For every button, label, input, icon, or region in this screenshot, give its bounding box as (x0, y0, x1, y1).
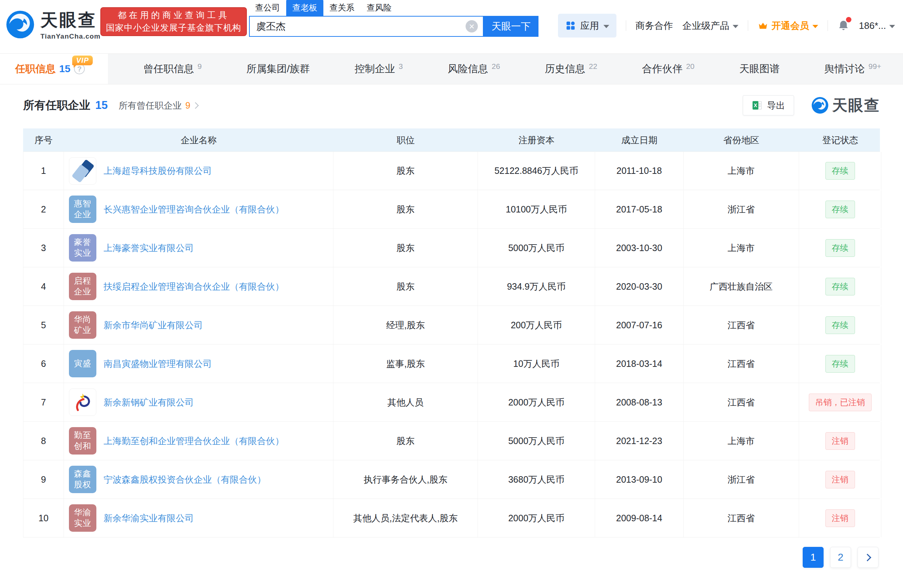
former-positions-link[interactable]: 所有曾任职企业 9 (118, 100, 198, 111)
main-content: 所有任职企业 15 所有曾任职企业 9 X 导出 (0, 95, 903, 568)
status-badge: 注销 (825, 471, 855, 488)
row-index: 8 (23, 422, 64, 460)
capital-value: 934.9万人民币 (507, 281, 566, 293)
date-value: 2018-03-14 (616, 359, 662, 369)
status-cell: 存续 (799, 190, 881, 228)
status-cell: 注销 (799, 460, 881, 499)
search-type-tab[interactable]: 查关系 (323, 0, 360, 16)
logo-text-line: 森鑫 (74, 469, 91, 480)
company-name-link[interactable]: 新余市华尚矿业有限公司 (104, 319, 203, 331)
region-cell: 广西壮族自治区 (684, 267, 799, 306)
company-name-link[interactable]: 南昌寅盛物业管理有限公司 (104, 358, 212, 370)
svg-text:X: X (754, 102, 758, 108)
nav-business-coop[interactable]: 商务合作 (636, 19, 673, 32)
capital-value: 2000万人民币 (508, 512, 565, 524)
company-name-link[interactable]: 上海豪誉实业有限公司 (104, 242, 194, 254)
status-badge: 注销 (825, 432, 855, 450)
row-index: 9 (23, 460, 64, 499)
region-cell: 上海市 (684, 422, 799, 460)
company-logo[interactable]: 豪誉实业 (69, 234, 96, 262)
search-button[interactable]: 天眼一下 (484, 16, 538, 37)
page-tab[interactable]: 历史信息 22 (536, 54, 607, 84)
company-logo[interactable]: 启程企业 (69, 273, 96, 300)
company-logo[interactable]: 惠智企业 (69, 196, 96, 223)
column-header: 注册资本 (478, 134, 595, 146)
search-type-tab[interactable]: 查老板 (286, 0, 323, 16)
page-tab-count: 9 (197, 62, 202, 71)
search-input[interactable] (250, 17, 483, 36)
page-tab-count: 26 (492, 62, 500, 71)
logo-text-line: 华渝 (74, 507, 91, 518)
capital-cell: 5000万人民币 (478, 422, 595, 460)
page-tab-label: 历史信息 (545, 62, 585, 76)
table-row: 4 启程企业 扶绥启程企业管理咨询合伙企业（有限合伙） 股东 934.9万人民币… (23, 267, 880, 306)
clear-search-icon[interactable]: × (466, 20, 478, 33)
pagination-next-button[interactable] (857, 547, 878, 568)
company-logo[interactable] (69, 389, 96, 416)
notification-bell-icon[interactable] (837, 19, 850, 32)
promo-line-2: 国家中小企业发展子基金旗下机构 (106, 22, 241, 34)
capital-cell: 10100万人民币 (478, 190, 595, 228)
tianyancha-swirl-icon (6, 10, 35, 39)
search-type-tab[interactable]: 查风险 (360, 0, 398, 16)
page-tab[interactable]: 合作伙伴 20 (633, 54, 704, 84)
region-value: 江西省 (728, 358, 755, 370)
page-tab[interactable]: 任职信息 15 VIP ? (0, 54, 108, 84)
status-badge: 存续 (825, 162, 855, 180)
row-index: 3 (23, 229, 64, 267)
capital-value: 10万人民币 (513, 358, 559, 370)
nav-open-vip[interactable]: 开通会员 (758, 19, 818, 32)
page-tab-label: 合作伙伴 (642, 62, 683, 76)
company-logo[interactable]: 森鑫股权 (69, 466, 96, 493)
company-logo[interactable]: 寅盛 (69, 350, 96, 377)
notification-dot (846, 17, 851, 22)
region-value: 上海市 (728, 242, 755, 254)
pagination-page-button[interactable]: 1 (803, 547, 824, 568)
position-value: 股东 (396, 242, 415, 254)
pagination-page-button[interactable]: 2 (830, 547, 851, 568)
date-value: 2011-10-18 (617, 166, 662, 176)
tianyancha-logo[interactable]: 天眼查 TianYanCha.com (6, 9, 101, 41)
export-button[interactable]: X 导出 (743, 95, 794, 115)
company-logo[interactable]: 华渝实业 (69, 504, 96, 532)
brand-name: 天眼查 (41, 9, 101, 32)
company-name-link[interactable]: 新余新钢矿业有限公司 (104, 397, 194, 408)
user-account[interactable]: 186*... (859, 20, 895, 31)
company-cell: 启程企业 扶绥启程企业管理咨询合伙企业（有限合伙） (64, 267, 334, 306)
section-header: 所有任职企业 15 所有曾任职企业 9 X 导出 (23, 95, 880, 115)
position-value: 经理,股东 (386, 319, 425, 331)
company-name-link[interactable]: 上海勤至创和企业管理合伙企业（有限合伙） (104, 435, 284, 447)
row-index: 1 (23, 152, 64, 190)
page-tab[interactable]: 控制企业 3 (345, 54, 412, 84)
page-tab[interactable]: 风险信息 26 (438, 54, 509, 84)
divider (626, 20, 626, 31)
page-tab-count: 99+ (868, 62, 881, 71)
company-logo[interactable] (69, 157, 96, 185)
date-value: 2003-10-30 (616, 243, 662, 253)
page-tab[interactable]: 天眼图谱 (730, 54, 789, 84)
region-cell: 江西省 (684, 499, 799, 537)
logo-text-line: 企业 (74, 209, 91, 220)
company-name-link[interactable]: 扶绥启程企业管理咨询合伙企业（有限合伙） (104, 281, 284, 293)
position-cell: 执行事务合伙人,股东 (334, 460, 478, 499)
company-name-link[interactable]: 新余华渝实业有限公司 (104, 512, 194, 524)
nav-enterprise-products[interactable]: 企业级产品 (683, 19, 738, 32)
company-logo-graphic (72, 392, 93, 413)
page-tab[interactable]: 舆情讨论 99+ (815, 54, 891, 84)
date-cell: 2021-12-23 (595, 422, 684, 460)
company-name-link[interactable]: 宁波森鑫股权投资合伙企业（有限合伙） (104, 474, 266, 486)
region-value: 上海市 (728, 435, 755, 447)
divider (748, 20, 748, 31)
company-name-link[interactable]: 长兴惠智企业管理咨询合伙企业（有限合伙） (104, 204, 284, 215)
table-row: 10 华渝实业 新余华渝实业有限公司 其他人员,法定代表人,股东 2000万人民… (23, 499, 880, 538)
page-tab[interactable]: 曾任职信息 9 (134, 54, 211, 84)
company-logo[interactable]: 勤至创和 (69, 427, 96, 455)
status-badge: 存续 (825, 316, 855, 334)
company-name-link[interactable]: 上海超导科技股份有限公司 (104, 165, 212, 177)
date-value: 2013-09-10 (616, 474, 662, 485)
status-cell: 注销 (799, 499, 881, 537)
search-type-tab[interactable]: 查公司 (249, 0, 286, 16)
page-tab[interactable]: 所属集团/族群 (237, 54, 319, 84)
company-logo[interactable]: 华尚矿业 (69, 311, 96, 339)
apps-menu[interactable]: 应用 (558, 14, 617, 38)
